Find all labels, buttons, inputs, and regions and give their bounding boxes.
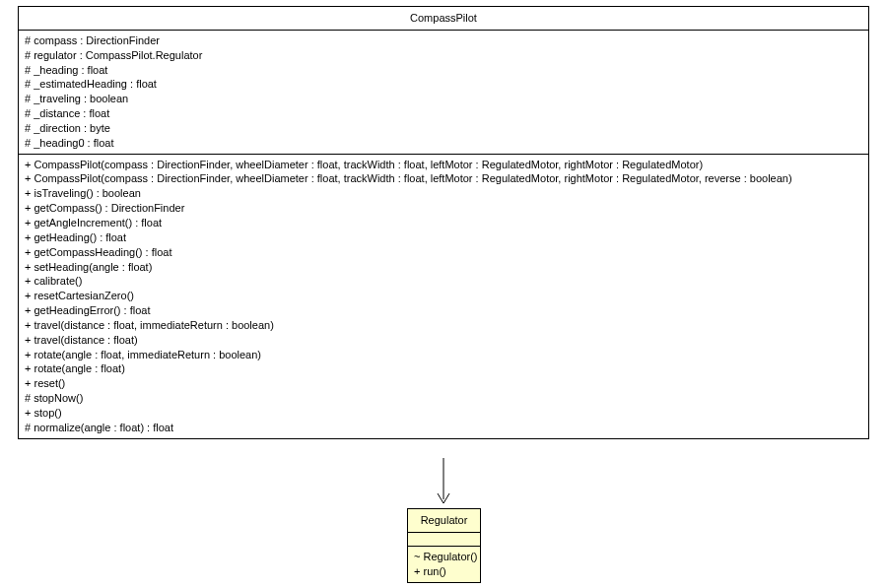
method-row: + CompassPilot(compass : DirectionFinder… bbox=[25, 158, 862, 172]
method-row: # stopNow() bbox=[25, 391, 862, 406]
attribute-row: # _estimatedHeading : float bbox=[25, 77, 862, 92]
class-name-label: Regulator bbox=[421, 514, 468, 526]
method-row: + CompassPilot(compass : DirectionFinder… bbox=[25, 171, 862, 186]
method-row: + travel(distance : float) bbox=[25, 333, 862, 348]
attribute-row: # _distance : float bbox=[25, 106, 862, 121]
method-row: + resetCartesianZero() bbox=[25, 289, 862, 303]
attribute-row: # _direction : byte bbox=[25, 121, 862, 136]
method-row: + run() bbox=[414, 564, 474, 579]
attribute-row: # compass : DirectionFinder bbox=[25, 33, 862, 48]
method-row: + rotate(angle : float, immediateReturn … bbox=[25, 348, 862, 362]
nesting-connector bbox=[443, 458, 444, 511]
method-row: + calibrate() bbox=[25, 274, 862, 289]
methods-section: ~ Regulator() + run() bbox=[408, 547, 480, 582]
uml-class-regulator: Regulator ~ Regulator() + run() bbox=[407, 508, 481, 583]
method-row: + getCompass() : DirectionFinder bbox=[25, 201, 862, 216]
method-row: + getHeadingError() : float bbox=[25, 303, 862, 318]
method-row: + getCompassHeading() : float bbox=[25, 245, 862, 260]
method-row: + isTraveling() : boolean bbox=[25, 186, 862, 201]
method-row: ~ Regulator() bbox=[414, 550, 474, 564]
method-row: + getHeading() : float bbox=[25, 230, 862, 245]
methods-section: + CompassPilot(compass : DirectionFinder… bbox=[19, 155, 868, 438]
attribute-row: # regulator : CompassPilot.Regulator bbox=[25, 48, 862, 63]
attribute-row: # _traveling : boolean bbox=[25, 92, 862, 106]
method-row: + stop() bbox=[25, 406, 862, 421]
class-title: CompassPilot bbox=[19, 7, 868, 31]
attribute-row: # _heading : float bbox=[25, 63, 862, 78]
method-row: + setHeading(angle : float) bbox=[25, 260, 862, 275]
attributes-section: # compass : DirectionFinder # regulator … bbox=[19, 31, 868, 155]
method-row: # normalize(angle : float) : float bbox=[25, 421, 862, 435]
class-name-label: CompassPilot bbox=[410, 12, 477, 24]
class-title: Regulator bbox=[408, 509, 480, 533]
method-row: + travel(distance : float, immediateRetu… bbox=[25, 318, 862, 333]
method-row: + rotate(angle : float) bbox=[25, 361, 862, 376]
method-row: + getAngleIncrement() : float bbox=[25, 216, 862, 230]
attributes-section bbox=[408, 533, 480, 547]
attribute-row: # _heading0 : float bbox=[25, 136, 862, 151]
uml-class-compass-pilot: CompassPilot # compass : DirectionFinder… bbox=[18, 6, 869, 439]
method-row: + reset() bbox=[25, 376, 862, 391]
